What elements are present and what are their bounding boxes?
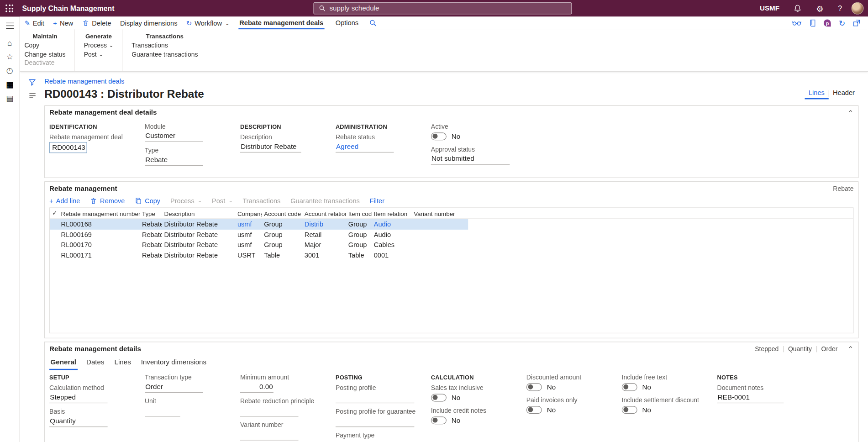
cell-type[interactable]: Rebate — [140, 241, 162, 248]
cell-type[interactable]: Rebate — [140, 231, 162, 238]
column-header-company[interactable]: Company — [235, 210, 262, 217]
cell-item-relation[interactable]: Audio — [372, 221, 411, 228]
user-avatar[interactable] — [852, 2, 864, 15]
column-header-variant-number[interactable]: Variant number — [411, 210, 468, 217]
select-all-icon[interactable]: ✓ — [50, 210, 58, 217]
rebate-status-link[interactable]: Agreed — [336, 142, 394, 153]
basis-input[interactable]: Quantity — [49, 416, 108, 427]
cell-item-code[interactable]: Group — [346, 221, 372, 228]
table-row[interactable]: RL000169 Rebate Distributor Rebate usmf … — [50, 229, 468, 239]
module-input[interactable]: Customer — [145, 132, 203, 142]
cell-type[interactable]: Rebate — [140, 251, 162, 259]
tab-dates[interactable]: Dates — [85, 357, 106, 370]
display-dimensions-button[interactable]: Display dimensions — [120, 19, 178, 27]
description-input[interactable]: Distributor Rebate — [240, 142, 301, 153]
change-status-button[interactable]: Change status — [24, 51, 65, 58]
task-guide-book-icon[interactable] — [810, 19, 816, 27]
column-header-description[interactable]: Description — [162, 210, 235, 217]
company-picker-button[interactable]: USMF — [752, 0, 787, 16]
copy-status-button[interactable]: Copy — [24, 42, 65, 49]
add-line-button[interactable]: + Add line — [49, 197, 80, 205]
variant-number-input[interactable] — [240, 430, 299, 440]
breadcrumb[interactable]: Rebate management deals — [44, 78, 124, 85]
remove-button[interactable]: Remove — [90, 197, 125, 205]
type-input[interactable]: Rebate — [145, 155, 203, 166]
rebate-reduction-input[interactable] — [240, 406, 299, 416]
cell-account-code[interactable]: Group — [262, 221, 302, 228]
cell-description[interactable]: Distributor Rebate — [162, 241, 235, 248]
collapse-chevron-up-icon[interactable]: ⌃ — [847, 109, 853, 116]
cell-item-relation[interactable]: Audio — [372, 231, 411, 238]
notifications-bell-icon[interactable] — [787, 0, 809, 16]
workflow-button[interactable]: ↻ Workflow ⌄ — [186, 19, 229, 27]
recent-clock-icon[interactable]: ◷ — [0, 63, 20, 77]
sales-tax-toggle[interactable] — [431, 394, 447, 401]
collapse-chevron-up-icon[interactable]: ⌃ — [847, 345, 853, 353]
posting-profile-input[interactable] — [336, 393, 414, 403]
column-header-rebate-number[interactable]: Rebate management number↑ — [59, 210, 140, 217]
cell-type[interactable]: Rebate — [140, 221, 162, 228]
transactions-button[interactable]: Transactions — [132, 42, 198, 49]
cell-company[interactable]: usmf — [235, 241, 262, 248]
workspace-grid-icon[interactable]: ▦ — [0, 77, 20, 91]
tab-general[interactable]: General — [49, 357, 77, 370]
process-button[interactable]: Process ⌄ — [84, 42, 113, 49]
power-apps-icon[interactable]: p — [824, 20, 831, 27]
cell-account-code[interactable]: Group — [262, 241, 302, 248]
app-launcher-waffle-icon[interactable] — [0, 0, 19, 16]
view-lines-button[interactable]: Lines — [805, 88, 828, 100]
post-button[interactable]: Post ⌄ — [84, 51, 113, 58]
favorites-star-icon[interactable]: ☆ — [0, 49, 20, 63]
guarantee-transactions-button[interactable]: Guarantee transactions — [132, 51, 198, 58]
cell-account-relation[interactable]: Major — [302, 241, 346, 248]
cell-company[interactable]: USRT — [235, 251, 262, 259]
tab-options[interactable]: Options — [334, 16, 359, 29]
cell-rebate-number[interactable]: RL000170 — [59, 241, 140, 248]
column-header-account-relation[interactable]: Account relation — [302, 210, 346, 217]
transaction-type-input[interactable]: Order — [145, 382, 203, 393]
credit-notes-toggle[interactable] — [431, 416, 447, 424]
cell-account-code[interactable]: Table — [262, 251, 302, 259]
new-button[interactable]: + New — [53, 19, 73, 27]
cell-account-relation[interactable]: 3001 — [302, 251, 346, 259]
column-header-type[interactable]: Type — [140, 210, 162, 217]
rebate-deal-input[interactable]: RD000143 — [49, 142, 87, 153]
eyeglasses-icon[interactable] — [792, 20, 802, 26]
tab-inventory-dimensions[interactable]: Inventory dimensions — [140, 357, 207, 370]
calculation-method-input[interactable]: Stepped — [49, 393, 108, 403]
column-header-item-code[interactable]: Item code — [346, 210, 372, 217]
column-header-item-relation[interactable]: Item relation — [372, 210, 411, 217]
discounted-amount-toggle[interactable] — [526, 383, 542, 391]
settings-gear-icon[interactable]: ⚙ — [809, 0, 831, 16]
unit-input[interactable] — [145, 406, 180, 416]
hamburger-menu-icon[interactable] — [0, 19, 20, 32]
filter-funnel-icon[interactable] — [28, 78, 36, 86]
cell-account-relation[interactable]: Retail — [302, 231, 346, 238]
delete-button[interactable]: Delete — [82, 19, 111, 27]
settlement-discount-toggle[interactable] — [622, 406, 637, 414]
cell-description[interactable]: Distributor Rebate — [162, 251, 235, 259]
table-row[interactable]: RL000171 Rebate Distributor Rebate USRT … — [50, 250, 468, 260]
column-header-account-code[interactable]: Account code — [262, 210, 302, 217]
filter-button[interactable]: Filter — [370, 197, 384, 205]
command-bar-search-icon[interactable] — [369, 20, 377, 27]
help-icon[interactable]: ? — [831, 0, 849, 16]
minimum-amount-input[interactable]: 0.00 — [240, 382, 274, 393]
cell-item-relation[interactable]: 0001 — [372, 251, 411, 259]
view-header-button[interactable]: Header — [829, 88, 859, 100]
paid-invoices-toggle[interactable] — [526, 406, 542, 414]
active-toggle[interactable] — [431, 132, 447, 140]
cell-rebate-number[interactable]: RL000168 — [59, 221, 140, 228]
copy-button[interactable]: Copy — [135, 197, 160, 205]
posting-profile-guarantee-input[interactable] — [336, 416, 414, 427]
cell-item-relation[interactable]: Cables — [372, 241, 411, 248]
cell-rebate-number[interactable]: RL000169 — [59, 231, 140, 238]
modules-list-icon[interactable]: ▤ — [0, 91, 20, 105]
global-search-input[interactable]: supply schedule — [313, 2, 572, 15]
cell-item-code[interactable]: Group — [346, 241, 372, 248]
table-row[interactable]: RL000168 Rebate Distributor Rebate usmf … — [50, 219, 468, 229]
cell-item-code[interactable]: Table — [346, 251, 372, 259]
cell-account-relation[interactable]: Distrib — [302, 221, 346, 228]
cell-description[interactable]: Distributor Rebate — [162, 231, 235, 238]
cell-rebate-number[interactable]: RL000171 — [59, 251, 140, 259]
